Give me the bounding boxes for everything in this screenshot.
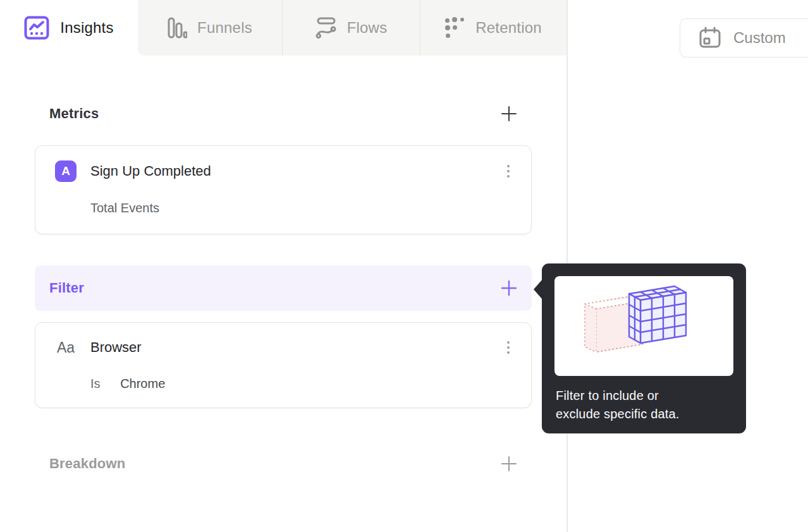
insights-report-builder: { "tabs": [ { "label": "Insights", "acti… — [0, 0, 808, 532]
add-filter-button[interactable] — [501, 280, 517, 296]
tooltip-line-2: exclude specific data. — [556, 405, 733, 423]
flow-wave-icon — [315, 17, 337, 39]
filter-card-header: Aa Browser — [35, 323, 531, 358]
tab-label: Insights — [60, 19, 113, 37]
kebab-menu-icon — [507, 165, 510, 167]
report-type-tabbar: Funnels Flows Retention — [0, 0, 567, 56]
metric-card-menu-button[interactable] — [500, 161, 517, 181]
string-property-badge: Aa — [55, 339, 77, 356]
tab-insights[interactable]: Insights — [0, 0, 138, 56]
dot-grid-icon — [445, 17, 465, 39]
metrics-section-header: Metrics — [35, 101, 532, 126]
line-chart-icon — [24, 16, 49, 40]
filter-onboarding-tooltip: Filter to include or exclude specific da… — [542, 263, 746, 433]
filter-condition[interactable]: Is Chrome — [35, 377, 531, 391]
filter-cube-illustration — [554, 276, 733, 376]
metric-card-sign-up-completed[interactable]: A Sign Up Completed Total Events — [35, 145, 532, 234]
filter-section-header[interactable]: Filter — [35, 265, 532, 311]
tab-label: Retention — [475, 19, 542, 37]
date-range-custom-button[interactable]: Custom — [680, 18, 808, 57]
metric-event-name: Sign Up Completed — [90, 163, 486, 179]
filter-card-browser[interactable]: Aa Browser Is Chrome — [35, 322, 532, 408]
filter-property-name: Browser — [90, 339, 486, 356]
metrics-section-title: Metrics — [49, 106, 99, 122]
kebab-menu-icon — [507, 341, 510, 344]
plus-icon — [501, 280, 517, 296]
tab-funnels[interactable]: Funnels — [138, 0, 282, 56]
metric-card-header: A Sign Up Completed — [35, 146, 531, 182]
tab-retention[interactable]: Retention — [420, 0, 566, 56]
filter-value[interactable]: Chrome — [120, 377, 165, 390]
metric-series-badge: A — [55, 160, 77, 182]
filter-operator[interactable]: Is — [90, 377, 101, 390]
calendar-icon — [699, 27, 721, 49]
add-breakdown-button[interactable] — [501, 456, 517, 472]
plus-icon — [501, 456, 517, 472]
metric-aggregation[interactable]: Total Events — [35, 201, 531, 215]
date-range-label: Custom — [733, 29, 786, 47]
tooltip-text: Filter to include or exclude specific da… — [554, 387, 733, 423]
tooltip-line-1: Filter to include or — [556, 387, 733, 405]
filter-section-title: Filter — [49, 280, 84, 296]
bar-chart-icon — [168, 17, 187, 39]
tooltip-arrow — [534, 279, 542, 299]
filter-card-menu-button[interactable] — [500, 337, 517, 358]
tab-flows[interactable]: Flows — [282, 0, 420, 56]
plus-icon — [501, 106, 517, 122]
breakdown-section-title: Breakdown — [49, 456, 125, 472]
tab-label: Flows — [347, 19, 388, 37]
tab-label: Funnels — [197, 19, 252, 37]
tooltip-illustration-panel — [554, 276, 733, 376]
add-metric-button[interactable] — [501, 106, 517, 122]
breakdown-section-header: Breakdown — [35, 451, 532, 476]
inactive-tabs-strip: Funnels Flows Retention — [138, 0, 567, 56]
